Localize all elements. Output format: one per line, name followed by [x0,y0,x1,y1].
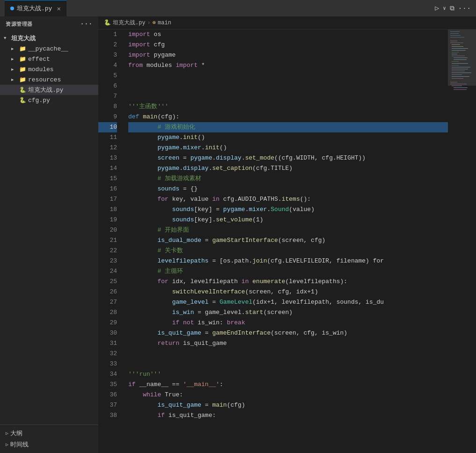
run-dropdown-icon[interactable]: ∨ [443,5,446,11]
code-line-18: sounds[key] = pygame.mixer.Sound(value) [128,205,448,215]
svg-rect-28 [452,86,462,86]
code-line-36: while True: [128,390,448,400]
code-line-9: def main(cfg): [128,112,448,122]
code-line-10: # 游戏初始化 [128,122,448,132]
folder-arrow: ▶ [11,46,17,51]
py-icon: 🐍 [19,86,26,94]
minimap [448,29,476,453]
folder-icon: 📁 [19,45,26,52]
code-line-33 [128,359,448,369]
tab-label: 坦克大战.py [17,4,52,13]
code-line-25: for idx, levelfilepath in enumerate(leve… [128,277,448,287]
breadcrumb-symbol[interactable]: main [158,20,171,26]
item-label: __pycache__ [28,45,68,52]
code-line-1: import os [128,29,448,40]
item-label: resources [28,76,61,83]
code-line-22: # 关卡数 [128,246,448,256]
code-line-6 [128,81,448,91]
sidebar-item-effect[interactable]: ▶ 📁 effect [0,54,98,64]
sidebar-item-resources[interactable]: ▶ 📁 resources [0,74,98,85]
code-line-30: is_quit_game = gameEndInterface(screen, … [128,328,448,338]
code-line-37: is_quit_game = main(cfg) [128,400,448,410]
sidebar-tree: ▼ 坦克大战 ▶ 📁 __pycache__▶ 📁 effect▶ 📁 modu… [0,31,98,424]
main-layout: 资源管理器 ··· ▼ 坦克大战 ▶ 📁 __pycache__▶ 📁 effe… [0,16,476,453]
sidebar-header: 资源管理器 ··· [0,16,98,31]
item-label: modules [28,66,54,73]
code-line-38: if is_quit_game: [128,410,448,421]
code-line-24: # 主循环 [128,266,448,277]
code-line-15: # 加载游戏素材 [128,174,448,184]
sidebar-footer: ▷ 大纲 ▷ 时间线 [0,424,98,453]
code-line-21: is_dual_mode = gameStartInterface(screen… [128,235,448,246]
code-line-7 [128,91,448,102]
svg-rect-0 [448,29,476,451]
collapse-icon: ▷ [6,431,8,436]
code-line-35: if __name__ == '__main__': [128,380,448,390]
folder-arrow: ▶ [11,57,17,62]
code-line-4: from modules import * [128,60,448,71]
line-numbers: 1234567891011121314151617181920212223242… [98,29,121,453]
sidebar-footer-outline[interactable]: ▷ 大纲 [6,428,93,439]
more-actions-icon[interactable]: ··· [458,5,471,12]
folder-arrow: ▶ [11,67,17,72]
code-line-20: # 开始界面 [128,225,448,235]
code-line-31: return is_quit_game [128,338,448,349]
editor-area: 🐍 坦克大战.py › ⊕ main 123456789101112131415… [98,16,476,453]
file-icon [10,7,14,10]
sidebar-item-tankwar_py[interactable]: ▶ 🐍 坦克大战.py [0,85,98,95]
code-line-8: '''主函数''' [128,102,448,112]
code-line-5 [128,71,448,81]
code-line-26: switchLevelInterface(screen, cfg, idx+1) [128,287,448,297]
folder-icon: 📁 [19,55,26,63]
root-folder-label: 坦克大战 [11,34,36,43]
root-arrow: ▼ [4,36,9,41]
breadcrumb-file[interactable]: 坦克大战.py [113,19,146,27]
code-line-11: pygame.init() [128,132,448,143]
sidebar-root-folder[interactable]: ▼ 坦克大战 [0,33,98,44]
titlebar: 坦克大战.py ✕ ▷ ∨ ⧉ ··· [0,0,476,16]
svg-rect-30 [454,89,467,90]
tab[interactable]: 坦克大战.py ✕ [5,0,66,16]
item-label: cfg.py [28,97,50,104]
timeline-collapse-icon: ▷ [6,442,8,447]
minimap-slider[interactable] [448,29,476,86]
code-line-17: for key, value in cfg.AUDIO_PATHS.items(… [128,194,448,205]
code-line-2: import cfg [128,40,448,50]
code-line-28: is_win = game_level.start(screen) [128,307,448,318]
code-container: 1234567891011121314151617181920212223242… [98,29,476,453]
item-label: 坦克大战.py [28,86,63,94]
sidebar-item-modules[interactable]: ▶ 📁 modules [0,64,98,74]
sidebar-more-icon[interactable]: ··· [80,20,93,28]
breadcrumb-file-icon: 🐍 [104,19,111,26]
close-icon[interactable]: ✕ [57,5,60,13]
folder-arrow: ▶ [11,77,17,82]
sidebar-footer-timeline[interactable]: ▷ 时间线 [6,439,93,450]
timeline-label: 时间线 [10,440,29,449]
sidebar-item-cfg_py[interactable]: ▶ 🐍 cfg.py [0,95,98,105]
sidebar-item-pycache[interactable]: ▶ 📁 __pycache__ [0,44,98,54]
split-editor-icon[interactable]: ⧉ [450,5,454,12]
code-line-32 [128,349,448,359]
sidebar: 资源管理器 ··· ▼ 坦克大战 ▶ 📁 __pycache__▶ 📁 effe… [0,16,98,453]
svg-rect-29 [454,88,468,88]
sidebar-items: ▶ 📁 __pycache__▶ 📁 effect▶ 📁 modules▶ 📁 … [0,44,98,105]
minimap-svg [448,29,476,451]
breadcrumb-sep: › [147,20,151,26]
run-icon[interactable]: ▷ [435,4,439,13]
code-line-29: if not is_win: break [128,318,448,328]
code-line-27: game_level = GameLevel(idx+1, levelfilep… [128,297,448,307]
outline-label: 大纲 [10,429,22,438]
code-editor[interactable]: import osimport cfgimport pygamefrom mod… [121,29,448,453]
code-line-12: pygame.mixer.init() [128,143,448,153]
code-line-19: sounds[key].set_volume(1) [128,215,448,225]
code-line-14: pygame.display.set_caption(cfg.TITLE) [128,163,448,174]
code-line-13: screen = pygame.display.set_mode((cfg.WI… [128,153,448,163]
item-label: effect [28,56,50,63]
toolbar-right: ▷ ∨ ⧉ ··· [435,4,471,13]
code-line-16: sounds = {} [128,184,448,194]
code-line-3: import pygame [128,50,448,60]
sidebar-title: 资源管理器 [6,21,33,28]
folder-icon: 📁 [19,76,26,83]
py-icon: 🐍 [19,96,26,104]
breadcrumb-symbol-icon: ⊕ [153,19,156,26]
